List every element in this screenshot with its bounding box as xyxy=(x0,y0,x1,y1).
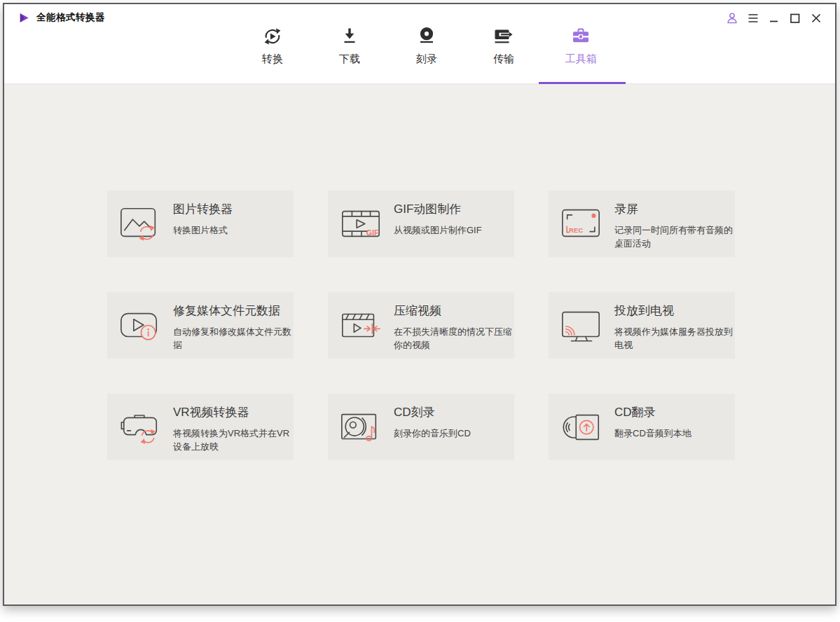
maximize-icon[interactable] xyxy=(787,11,803,26)
minimize-icon[interactable] xyxy=(766,11,782,26)
card-description: 将视频转换为VR格式并在VR设备上放映 xyxy=(173,427,292,453)
card-title: 压缩视频 xyxy=(394,303,513,319)
tab-transfer-label: 传输 xyxy=(465,53,542,66)
transfer-icon xyxy=(465,24,542,49)
convert-icon xyxy=(234,24,311,49)
card-title: GIF动图制作 xyxy=(394,201,513,217)
tab-burn-label: 刻录 xyxy=(388,53,465,66)
compress-video-icon xyxy=(328,292,394,359)
menu-icon[interactable] xyxy=(745,11,761,26)
app-logo-icon xyxy=(18,12,30,24)
tab-burn[interactable]: 刻录 xyxy=(388,24,465,66)
tab-download[interactable]: 下载 xyxy=(311,24,388,66)
card-compress-video[interactable]: 压缩视频 在不损失清晰度的情况下压缩你的视频 xyxy=(328,292,514,359)
image-converter-icon xyxy=(107,191,173,257)
toolbox-content: 图片转换器 转换图片格式 GIF GIF动图制作 从 xyxy=(4,84,835,604)
cast-to-tv-icon xyxy=(549,292,614,359)
close-icon[interactable] xyxy=(808,11,824,26)
card-vr-converter[interactable]: VR视频转换器 将视频转换为VR格式并在VR设备上放映 xyxy=(107,394,294,460)
card-screen-record[interactable]: REC 录屏 记录同一时间所有带有音频的桌面活动 xyxy=(549,191,735,257)
toolbox-icon xyxy=(542,24,619,49)
card-title: 录屏 xyxy=(614,201,734,217)
header: 全能格式转换器 xyxy=(4,4,835,84)
app-title: 全能格式转换器 xyxy=(36,11,105,24)
screen-record-icon: REC xyxy=(549,191,614,257)
fix-metadata-icon xyxy=(107,292,173,359)
card-title: 投放到电视 xyxy=(614,303,734,319)
window-controls xyxy=(724,11,824,26)
card-description: 从视频或图片制作GIF xyxy=(394,223,513,237)
titlebar: 全能格式转换器 xyxy=(18,11,105,24)
card-title: CD刻录 xyxy=(394,404,513,420)
card-cast-to-tv[interactable]: 投放到电视 将视频作为媒体服务器投放到电视 xyxy=(549,292,735,359)
burn-icon xyxy=(388,24,465,49)
tab-convert[interactable]: 转换 xyxy=(234,24,311,66)
card-description: 翻录CD音频到本地 xyxy=(614,427,734,440)
tool-cards-grid: 图片转换器 转换图片格式 GIF GIF动图制作 从 xyxy=(107,191,735,460)
account-icon[interactable] xyxy=(724,11,740,26)
card-gif-maker[interactable]: GIF GIF动图制作 从视频或图片制作GIF xyxy=(328,191,514,257)
card-description: 记录同一时间所有带有音频的桌面活动 xyxy=(614,223,734,250)
card-description: 在不损失清晰度的情况下压缩你的视频 xyxy=(394,325,513,352)
card-title: CD翻录 xyxy=(614,404,734,420)
tab-toolbox[interactable]: 工具箱 xyxy=(542,24,619,66)
card-title: 修复媒体文件元数据 xyxy=(173,303,292,319)
app-window: 全能格式转换器 xyxy=(3,3,836,606)
card-cd-burn[interactable]: CD刻录 刻录你的音乐到CD xyxy=(328,394,514,460)
tab-download-label: 下载 xyxy=(311,53,388,66)
tab-convert-label: 转换 xyxy=(234,53,311,66)
cd-rip-icon xyxy=(549,394,614,460)
card-title: 图片转换器 xyxy=(173,201,292,217)
card-image-converter[interactable]: 图片转换器 转换图片格式 xyxy=(107,191,294,257)
card-fix-metadata[interactable]: 修复媒体文件元数据 自动修复和修改媒体文件元数据 xyxy=(107,292,294,359)
card-description: 转换图片格式 xyxy=(173,223,292,237)
svg-text:GIF: GIF xyxy=(366,228,379,236)
download-icon xyxy=(311,24,388,49)
card-title: VR视频转换器 xyxy=(173,404,292,420)
card-cd-rip[interactable]: CD翻录 翻录CD音频到本地 xyxy=(549,394,735,460)
gif-maker-icon: GIF xyxy=(328,191,394,257)
tab-transfer[interactable]: 传输 xyxy=(465,24,542,66)
vr-converter-icon xyxy=(107,394,173,460)
svg-text:REC: REC xyxy=(569,226,583,234)
tab-toolbox-label: 工具箱 xyxy=(542,53,619,66)
card-description: 自动修复和修改媒体文件元数据 xyxy=(173,325,292,352)
card-description: 将视频作为媒体服务器投放到电视 xyxy=(614,325,734,352)
card-description: 刻录你的音乐到CD xyxy=(394,427,513,440)
cd-burn-icon xyxy=(328,394,394,460)
main-nav: 转换 下载 刻录 xyxy=(234,24,619,66)
